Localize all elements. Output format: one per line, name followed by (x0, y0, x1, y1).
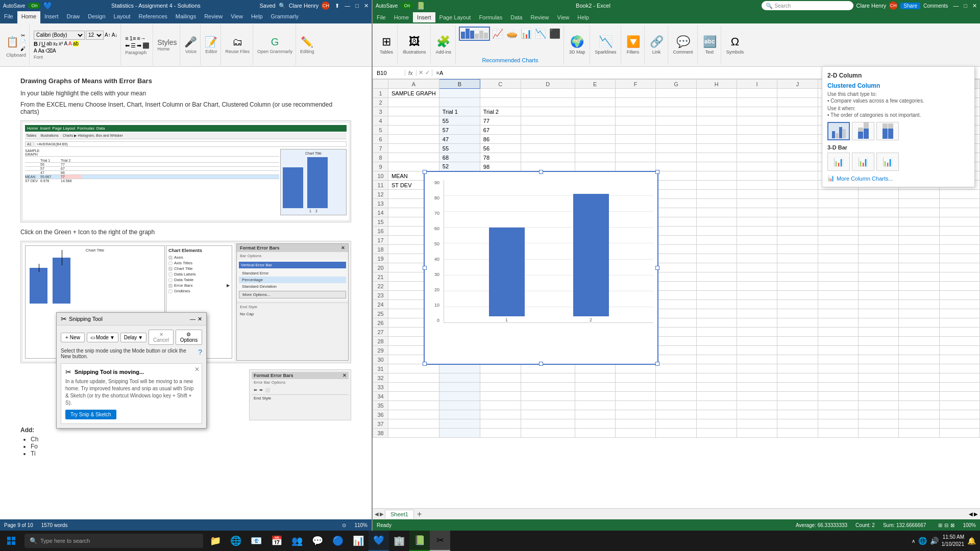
grid-cell[interactable] (521, 116, 575, 126)
underline-btn[interactable]: U (41, 41, 45, 47)
align-center-btn[interactable]: ☰ (131, 42, 136, 49)
scroll-right-btn[interactable]: ▶ (380, 511, 384, 517)
grid-cell[interactable] (521, 419, 575, 429)
snipping-options-btn[interactable]: ⚙ Options (176, 330, 202, 345)
grid-cell[interactable] (899, 429, 939, 438)
cut-button[interactable]: ✂ (20, 33, 26, 38)
grid-cell[interactable] (575, 135, 615, 144)
grid-cell[interactable] (777, 107, 818, 116)
grid-cell[interactable] (696, 328, 737, 337)
grid-cell[interactable] (388, 373, 439, 383)
grid-cell[interactable] (656, 236, 696, 245)
line-chart-btn[interactable]: 📈 (491, 27, 504, 40)
grid-cell[interactable] (656, 116, 696, 126)
grid-cell[interactable] (656, 318, 696, 328)
grid-cell[interactable] (818, 410, 858, 419)
grid-cell[interactable] (939, 263, 979, 272)
row-header[interactable]: 6 (373, 135, 388, 144)
row-header[interactable]: 18 (373, 245, 388, 254)
grid-cell[interactable] (388, 144, 439, 153)
grid-cell[interactable] (696, 227, 737, 236)
grid-cell[interactable] (480, 419, 521, 429)
word-autosave-toggle[interactable]: On (28, 3, 40, 9)
more-charts-link[interactable]: 📊 More Column Charts... (827, 175, 969, 182)
100-stacked-bar-3d-icon[interactable]: 📊 (876, 153, 899, 171)
grid-cell[interactable] (818, 263, 858, 272)
grid-cell[interactable] (388, 364, 439, 373)
open-grammarly-btn[interactable]: G (271, 36, 279, 48)
row-header[interactable]: 34 (373, 392, 388, 401)
dictate-btn[interactable]: 🎤 (184, 36, 197, 48)
stacked-column-icon[interactable] (852, 122, 874, 140)
row-header[interactable]: 2 (373, 98, 388, 107)
chart-handle-tm[interactable] (539, 170, 543, 174)
grid-cell[interactable] (939, 429, 979, 438)
bar-chart-btn[interactable]: 📊 (520, 27, 533, 40)
grid-cell[interactable] (615, 162, 655, 171)
symbols-btn[interactable]: Ω (731, 35, 739, 48)
align-right-btn[interactable]: ➡ (137, 42, 141, 49)
sheet1-tab[interactable]: Sheet1 (385, 510, 414, 518)
word-tab-review[interactable]: Review (200, 11, 227, 23)
grid-cell[interactable] (480, 364, 521, 373)
taskbar-app-explorer[interactable]: 📁 (205, 531, 226, 551)
grid-cell[interactable] (858, 291, 898, 300)
grid-cell[interactable] (858, 337, 898, 346)
grid-cell[interactable] (737, 254, 777, 263)
grid-cell[interactable] (696, 89, 737, 98)
excel-close-btn[interactable]: ✕ (972, 3, 977, 9)
grid-col-e[interactable]: E (575, 80, 615, 89)
grid-cell[interactable] (737, 263, 777, 272)
grid-cell[interactable] (575, 364, 615, 373)
grid-cell[interactable] (818, 337, 858, 346)
row-header[interactable]: 16 (373, 227, 388, 236)
grid-cell[interactable]: 55 (439, 144, 480, 153)
grid-cell[interactable] (656, 328, 696, 337)
grid-cell[interactable] (777, 199, 818, 208)
grid-cell[interactable] (899, 355, 939, 364)
taskbar-app-whatsapp[interactable]: 💬 (307, 531, 328, 551)
grid-cell[interactable] (939, 318, 979, 328)
scroll-area-right-btn[interactable]: ▶ (974, 511, 978, 517)
word-tab-file[interactable]: File (0, 11, 17, 23)
grid-cell[interactable] (818, 383, 858, 392)
excel-minimize-btn[interactable]: — (953, 3, 959, 9)
grid-cell[interactable] (615, 98, 655, 107)
grid-cell[interactable] (521, 410, 575, 419)
grid-cell[interactable] (480, 429, 521, 438)
excel-tab-home[interactable]: Home (390, 12, 413, 22)
grid-cell[interactable] (388, 116, 439, 126)
grid-cell[interactable] (899, 300, 939, 309)
grid-cell[interactable] (480, 392, 521, 401)
grid-cell[interactable] (777, 272, 818, 282)
grid-cell[interactable]: 68 (439, 153, 480, 162)
grid-cell[interactable] (656, 383, 696, 392)
grid-cell[interactable]: 57 (439, 126, 480, 135)
grid-cell[interactable] (939, 272, 979, 282)
grid-cell[interactable] (737, 355, 777, 364)
word-tab-draw[interactable]: Draw (63, 11, 84, 23)
grid-cell[interactable] (575, 383, 615, 392)
grid-cell[interactable] (777, 383, 818, 392)
row-header[interactable]: 28 (373, 337, 388, 346)
grid-cell[interactable] (615, 116, 655, 126)
grid-cell[interactable] (737, 236, 777, 245)
grid-cell[interactable] (696, 116, 737, 126)
excel-maximize-btn[interactable]: □ (964, 3, 967, 9)
try-snip-sketch-btn[interactable]: Try Snip & Sketch (65, 410, 116, 419)
grid-cell[interactable] (939, 346, 979, 355)
strikethrough-btn[interactable]: ab (46, 41, 52, 46)
grid-cell[interactable] (737, 318, 777, 328)
grid-cell[interactable] (737, 328, 777, 337)
grid-cell[interactable] (777, 126, 818, 135)
word-tab-view[interactable]: View (227, 11, 247, 23)
grid-cell[interactable] (615, 364, 655, 373)
excel-tab-help[interactable]: Help (573, 12, 593, 22)
grid-cell[interactable] (439, 364, 480, 373)
grid-cell[interactable] (521, 144, 575, 153)
grid-cell[interactable] (575, 410, 615, 419)
grid-cell[interactable] (521, 392, 575, 401)
grid-cell[interactable] (858, 227, 898, 236)
grid-cell[interactable] (858, 309, 898, 318)
taskbar-app-snipping[interactable]: ✂ (430, 531, 450, 551)
